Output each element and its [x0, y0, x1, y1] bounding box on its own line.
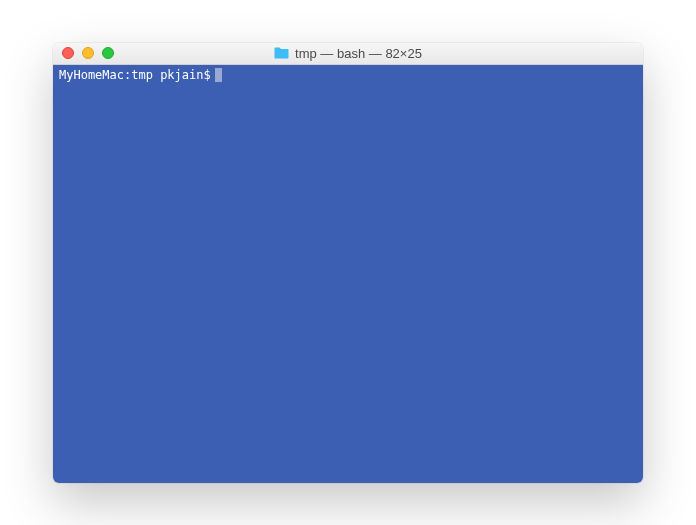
prompt-line: MyHomeMac:tmp pkjain$: [59, 68, 637, 83]
close-button[interactable]: [62, 47, 74, 59]
titlebar: tmp — bash — 82×25: [53, 43, 643, 65]
window-title-group: tmp — bash — 82×25: [274, 46, 422, 61]
minimize-button[interactable]: [82, 47, 94, 59]
terminal-window: tmp — bash — 82×25 MyHomeMac:tmp pkjain$: [53, 43, 643, 483]
zoom-button[interactable]: [102, 47, 114, 59]
cursor: [215, 68, 222, 82]
window-title: tmp — bash — 82×25: [295, 46, 422, 61]
folder-icon: [274, 47, 289, 59]
terminal-body[interactable]: MyHomeMac:tmp pkjain$: [53, 65, 643, 483]
window-controls: [53, 47, 114, 59]
shell-prompt: MyHomeMac:tmp pkjain$: [59, 68, 211, 83]
